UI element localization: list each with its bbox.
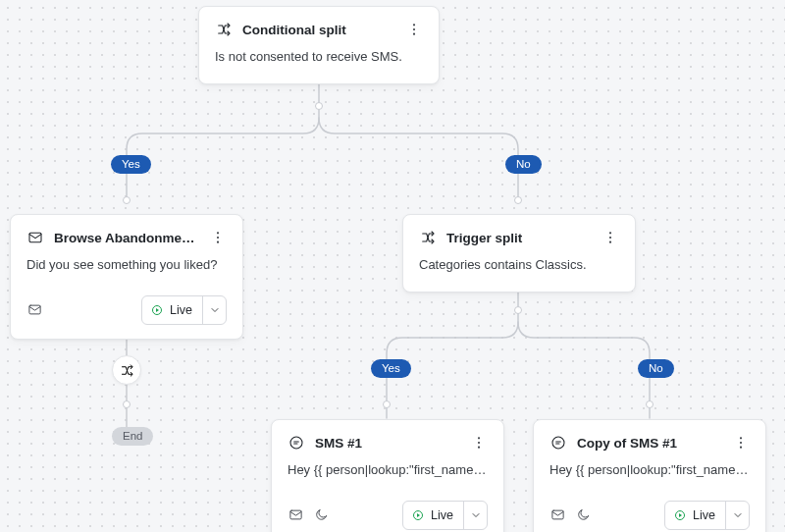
branch-label-no: No bbox=[505, 155, 542, 174]
chevron-down-icon bbox=[725, 502, 749, 529]
email-channel-icon bbox=[288, 507, 303, 523]
play-icon bbox=[674, 509, 686, 521]
svg-rect-3 bbox=[29, 233, 41, 241]
svg-point-4 bbox=[217, 232, 219, 234]
card-description: Is not consented to receive SMS. bbox=[215, 48, 423, 66]
svg-rect-7 bbox=[28, 305, 39, 314]
svg-point-18 bbox=[552, 437, 564, 449]
flow-canvas[interactable]: Conditional split Is not consented to re… bbox=[0, 0, 785, 532]
kebab-menu-button[interactable] bbox=[209, 229, 227, 246]
card-title: Browse Abandonment: Email... bbox=[54, 231, 199, 245]
quiet-hours-icon bbox=[313, 507, 329, 523]
end-label: End bbox=[112, 427, 153, 446]
svg-point-13 bbox=[478, 437, 480, 439]
conditional-split-icon bbox=[215, 21, 233, 38]
status-selector[interactable]: Live bbox=[141, 295, 227, 325]
branch-label-yes: Yes bbox=[371, 359, 411, 378]
sms-icon bbox=[288, 434, 305, 452]
node-email-browse-abandonment[interactable]: Browse Abandonment: Email... Did you see… bbox=[10, 214, 243, 340]
card-description: Categories contains Classics. bbox=[419, 256, 619, 274]
svg-point-6 bbox=[217, 241, 219, 243]
card-description: Did you see something you liked? bbox=[26, 256, 227, 274]
svg-point-14 bbox=[478, 442, 480, 444]
svg-point-12 bbox=[290, 437, 302, 449]
email-icon bbox=[26, 229, 44, 246]
sms-icon bbox=[550, 434, 567, 452]
status-selector[interactable]: Live bbox=[664, 501, 750, 530]
status-selector[interactable]: Live bbox=[402, 501, 488, 530]
svg-point-1 bbox=[413, 28, 415, 30]
node-trigger-split[interactable]: Trigger split Categories contains Classi… bbox=[402, 214, 636, 293]
svg-point-2 bbox=[413, 33, 415, 35]
svg-point-5 bbox=[217, 237, 219, 239]
card-title: Trigger split bbox=[446, 231, 592, 245]
card-title: Conditional split bbox=[242, 23, 395, 37]
status-label: Live bbox=[170, 303, 192, 317]
svg-point-0 bbox=[413, 24, 415, 26]
trigger-split-icon bbox=[419, 229, 437, 246]
email-channel-icon bbox=[550, 507, 565, 523]
kebab-menu-button[interactable] bbox=[470, 434, 488, 452]
svg-point-20 bbox=[740, 442, 742, 444]
play-icon bbox=[151, 304, 163, 316]
svg-point-9 bbox=[609, 232, 611, 234]
card-description: Hey {{ person|lookup:"first_name"|defaul… bbox=[288, 461, 488, 479]
svg-point-21 bbox=[740, 447, 742, 449]
kebab-menu-button[interactable] bbox=[405, 21, 423, 38]
chevron-down-icon bbox=[463, 502, 487, 529]
status-label: Live bbox=[431, 508, 453, 522]
kebab-menu-button[interactable] bbox=[602, 229, 619, 246]
svg-point-19 bbox=[740, 437, 742, 439]
svg-rect-22 bbox=[551, 510, 562, 519]
svg-point-15 bbox=[478, 447, 480, 449]
kebab-menu-button[interactable] bbox=[732, 434, 750, 452]
mini-conditional-node[interactable] bbox=[112, 355, 141, 385]
chevron-down-icon bbox=[202, 296, 226, 324]
card-title: SMS #1 bbox=[315, 436, 460, 451]
card-title: Copy of SMS #1 bbox=[577, 436, 722, 451]
quiet-hours-icon bbox=[575, 507, 591, 523]
svg-point-11 bbox=[609, 241, 611, 243]
card-description: Hey {{ person|lookup:"first_name"|defaul… bbox=[550, 461, 750, 479]
node-conditional-split[interactable]: Conditional split Is not consented to re… bbox=[198, 6, 440, 84]
play-icon bbox=[412, 509, 424, 521]
status-label: Live bbox=[693, 508, 715, 522]
node-sms-1[interactable]: SMS #1 Hey {{ person|lookup:"first_name"… bbox=[271, 419, 504, 532]
svg-rect-16 bbox=[289, 510, 300, 519]
branch-label-yes: Yes bbox=[111, 155, 151, 174]
email-channel-icon bbox=[26, 302, 42, 318]
svg-point-10 bbox=[609, 237, 611, 239]
node-sms-1-copy[interactable]: Copy of SMS #1 Hey {{ person|lookup:"fir… bbox=[533, 419, 766, 532]
branch-label-no: No bbox=[638, 359, 674, 378]
